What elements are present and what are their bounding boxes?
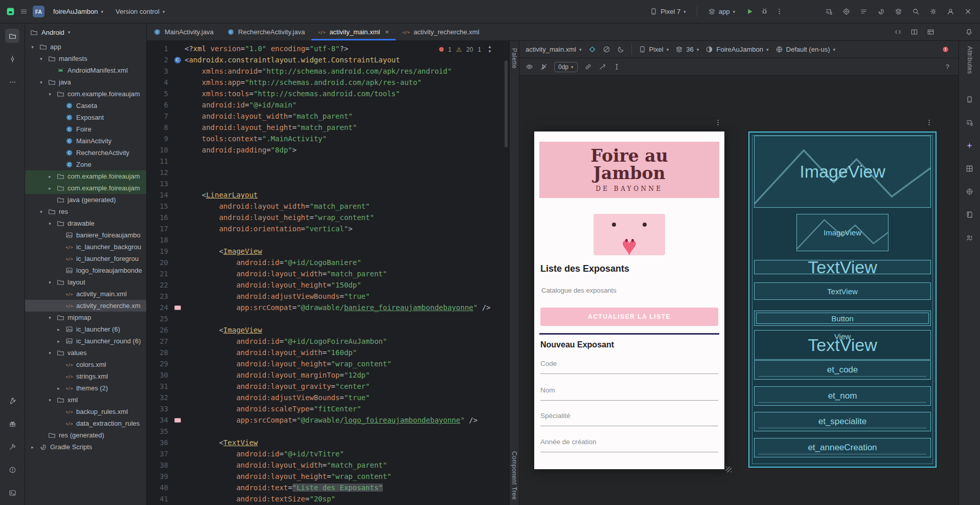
tree-item-backup-rules-xml[interactable]: </>backup_rules.xml [25,406,146,418]
blueprint-et-anneecreation[interactable]: et_anneeCreation [754,438,931,457]
code-line-39[interactable]: 39 android:layout_height="wrap_content" [147,471,509,482]
line-number[interactable]: 8 [147,122,170,133]
tree-item-ic-launcher-round-6[interactable]: ▸ic_launcher_round (6) [25,335,146,347]
line-number[interactable]: 21 [147,268,170,279]
target-icon[interactable] [842,8,850,15]
tree-item-res[interactable]: ▾res [25,206,146,217]
code-line-11[interactable]: 11 [147,156,509,167]
code-line-15[interactable]: 15 android:layout_width="match_parent" [147,201,509,212]
build-button[interactable] [5,440,19,454]
terminal-button[interactable] [5,486,19,500]
code-line-37[interactable]: 37 android:id="@+id/tvTitre" [147,448,509,459]
tree-item-mipmap[interactable]: ▾mipmap [25,312,146,323]
locale-menu[interactable]: Default (en-us) ▾ [776,46,836,53]
code-line-32[interactable]: 32 android:adjustViewBounds="true" [147,392,509,403]
code-line-31[interactable]: 31 android:layout_gravity="center" [147,381,509,392]
theme-menu[interactable]: FoireAuJambon ▾ [705,46,768,53]
code-line-13[interactable]: 13 [147,178,509,189]
resource-manager-button[interactable] [963,162,977,176]
line-number[interactable]: 4 [147,77,170,88]
line-number[interactable]: 31 [147,381,170,392]
help-button[interactable]: ? [946,63,952,71]
tree-item-baniere-foireaujambo[interactable]: baniere_foireaujambo [25,229,146,241]
line-number[interactable]: 37 [147,448,170,459]
tree-item-java[interactable]: ▾java [25,76,146,88]
line-number[interactable]: 25 [147,313,170,324]
gemini-button[interactable] [963,139,977,153]
tree-item-ic-launcher-6[interactable]: ▸ic_launcher (6) [25,323,146,335]
more-actions-button[interactable] [776,8,783,15]
commit-tool-window-button[interactable] [5,52,19,66]
preview-banner-image[interactable]: Foire au Jambon DE BAYONNE [539,142,719,198]
code-line-29[interactable]: 29 android:layout_height="wrap_content" [147,358,509,369]
tree-item-activity-main-xml[interactable]: </>activity_main.xml [25,288,146,300]
code-line-7[interactable]: 7 android:layout_width="match_parent" [147,111,509,122]
tree-toggle-icon[interactable]: ▾ [47,221,53,226]
tree-item-colors-xml[interactable]: </>colors.xml [25,359,146,370]
vcs-widget[interactable]: Version control ▾ [112,5,169,18]
line-number[interactable]: 1 [147,43,170,54]
blueprint-textview-small[interactable]: TextView [754,282,931,300]
debug-button[interactable] [761,8,768,15]
tree-item-zone[interactable]: CZone [25,159,146,170]
code-line-36[interactable]: 36 <TextView [147,437,509,448]
tree-item-gradle-scripts[interactable]: ▸Gradle Scripts [25,441,146,453]
tree-item-exposant[interactable]: CExposant [25,112,146,123]
gear-icon[interactable] [929,8,937,15]
noslash-icon[interactable] [603,46,610,53]
code-line-27[interactable]: 27 android:id="@+id/LogoFoireAuJambon" [147,336,509,347]
line-number[interactable]: 30 [147,369,170,381]
preview-pig-logo[interactable]: ♥ [594,214,665,255]
moon-icon[interactable] [617,46,625,53]
line-number[interactable]: 11 [147,156,170,167]
tree-item-ic-launcher-backgrou[interactable]: </>ic_launcher_backgrou [25,241,146,253]
code-line-6[interactable]: 6 android:id="@+id/main" [147,99,509,111]
tree-toggle-icon[interactable]: ▸ [47,186,53,191]
tree-item-res-generated[interactable]: res (generated) [25,429,146,441]
project-badge[interactable]: FA [33,6,44,17]
tree-item-caseta[interactable]: CCaseta [25,100,146,112]
tree-item-androidmanifest-xml[interactable]: AndroidManifest.xml [25,64,146,76]
line-number[interactable]: 32 [147,392,170,403]
line-number[interactable]: 17 [147,223,170,234]
code-line-35[interactable]: 35 [147,426,509,437]
blueprint-et-nom[interactable]: et_nom [754,386,931,406]
eye-icon[interactable] [526,63,533,71]
notifications-bell[interactable] [965,28,973,36]
attributes-tab[interactable]: Attributes [966,46,973,74]
line-number[interactable]: 36 [147,437,170,448]
device-selector[interactable]: Pixel 7 ▾ [646,5,690,18]
tree-toggle-icon[interactable]: ▾ [38,209,44,214]
code-line-14[interactable]: 14 <LinearLayout [147,189,509,201]
tree-item-com-example-foireaujam[interactable]: ▾com.example.foireaujam [25,88,146,100]
tree-toggle-icon[interactable]: ▸ [47,174,53,179]
close-icon[interactable] [964,8,972,15]
blueprint-textview-large[interactable]: TextView [754,260,931,274]
app-insights-button[interactable] [963,208,977,222]
line-number[interactable]: 10 [147,144,170,156]
blueprint-imageview-large[interactable]: ImageView [754,136,931,208]
api-level-menu[interactable]: 36 ▾ [675,46,699,53]
code-line-9[interactable]: 9 tools:context=".MainActivity" [147,133,509,144]
line-number[interactable]: 2 [147,54,170,65]
code-line-4[interactable]: 4 xmlns:app="http://schemas.android.com/… [147,77,509,88]
tree-item-logo-foireaujambonde[interactable]: logo_foireaujambonde [25,265,146,276]
line-number[interactable]: 41 [147,493,170,504]
code-line-21[interactable]: 21 android:layout_width="match_parent" [147,268,509,279]
preview-form-title[interactable]: Nouveau Exposant [540,340,614,349]
cast-icon[interactable] [825,8,833,15]
blueprint-button[interactable]: Button [754,311,931,326]
ibeam-icon[interactable] [613,63,621,71]
project-switcher[interactable]: foireAuJambon ▾ [50,5,107,18]
code-line-24[interactable]: 24 app:srcCompat="@drawable/baniere_foir… [147,302,509,313]
line-number[interactable]: 33 [147,403,170,414]
preview-field-nom[interactable]: Nom [540,386,718,401]
tasks-icon[interactable] [860,8,868,15]
tab-activity-recherche-xml[interactable]: </>activity_recherche.xml [396,24,486,40]
gutter-color-swatch[interactable] [170,414,185,426]
tree-toggle-icon[interactable]: ▸ [55,339,62,344]
tree-item-app[interactable]: ▾app [25,41,146,53]
tab-mainactivity-java[interactable]: CMainActivity.java [147,24,220,40]
tree-item-manifests[interactable]: ▾manifests [25,53,146,64]
project-view-selector[interactable]: Android ▾ [25,24,146,41]
